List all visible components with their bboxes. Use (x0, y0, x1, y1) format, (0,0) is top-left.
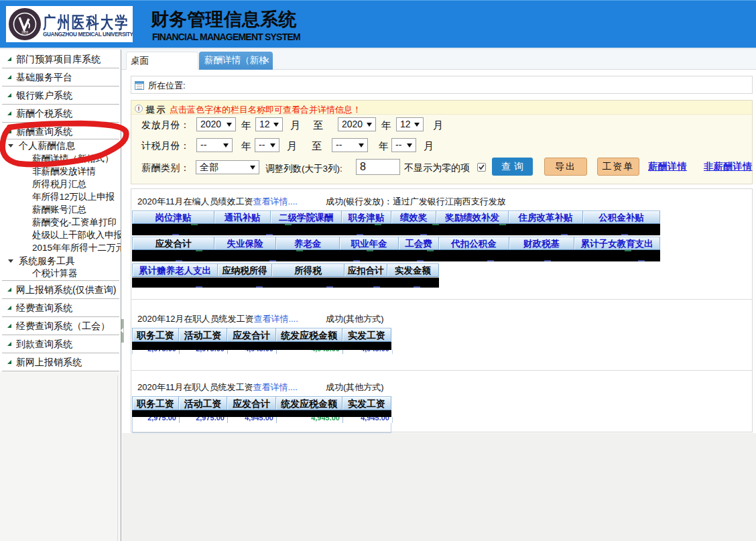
svg-text:1958: 1958 (21, 31, 29, 34)
